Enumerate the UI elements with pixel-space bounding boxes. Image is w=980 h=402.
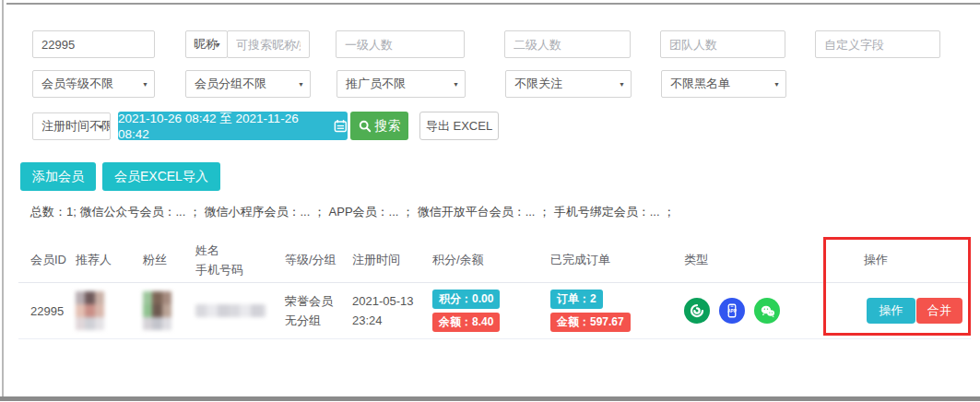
header-referrer: 推荐人 [76,252,143,268]
merge-button[interactable]: 合并 [916,298,962,324]
filter-row-2: 会员等级不限 ▼ 会员分组不限 ▼ 推广员不限 ▼ 不限关注 ▼ 不限黑名单 ▼ [32,70,786,98]
promoter-select[interactable]: 推广员不限 ▼ [337,70,466,98]
header-points-balance: 积分/余额 [432,252,550,268]
header-level-group: 等级/分组 [285,252,352,268]
search-button-label: 搜索 [375,118,401,135]
nickname-search-input[interactable] [227,30,310,58]
level1-count-input[interactable] [336,30,465,58]
official-account-icon [684,298,710,324]
header-fans: 粉丝 [143,252,195,268]
header-register-time: 注册时间 [352,252,432,268]
team-count-input[interactable] [660,30,785,58]
add-member-button[interactable]: 添加会员 [20,162,96,191]
follow-select[interactable]: 不限关注 ▼ [505,70,632,98]
cell-fans [143,291,195,330]
header-completed-orders: 已完成订单 [550,252,684,268]
member-excel-import-button[interactable]: 会员EXCEL导入 [102,162,220,191]
member-group-value: 会员分组不限 [195,76,266,92]
balance-badge: 余额：8.40 [432,313,500,332]
blurred-name-phone [195,304,266,317]
filter-row-1: 昵称 ▼ [32,30,940,58]
member-table: 会员ID 推荐人 粉丝 姓名 手机号码 等级/分组 注册时间 积分/余额 已完成… [18,237,971,339]
header-operation: 操作 [845,252,971,268]
header-name: 姓名 [195,241,285,260]
chevron-down-icon: ▼ [298,81,304,88]
cell-operation: 操作 合并 [845,298,971,324]
cell-member-id: 22995 [18,304,76,318]
header-type: 类型 [684,252,845,268]
cell-referrer [76,291,143,330]
date-range-value: 2021-10-26 08:42 至 2021-11-26 08:42 [118,111,328,141]
level2-count-input[interactable] [504,30,631,58]
referrer-avatar[interactable] [76,291,104,330]
chevron-down-icon: ▼ [453,81,459,88]
orders-badge: 订单：2 [550,290,603,309]
chevron-down-icon: ▼ [98,123,104,129]
chevron-down-icon: ▼ [619,81,625,88]
wechat-icon [754,298,780,324]
cell-register-time: 2021-05-13 23:24 [352,291,432,330]
chevron-down-icon: ▼ [142,81,148,88]
window-left-border [2,0,4,397]
register-time-select[interactable]: 注册时间不限 ▼ [32,112,111,140]
table-header-row: 会员ID 推荐人 粉丝 姓名 手机号码 等级/分组 注册时间 积分/余额 已完成… [18,237,971,283]
register-clock: 23:24 [352,311,432,330]
toolbar: 添加会员 会员EXCEL导入 [20,162,220,191]
member-count-summary: 总数：1; 微信公众号会员：... ； 微信小程序会员：... ； APP会员：… [30,204,675,220]
chevron-down-icon: ▼ [215,41,221,48]
header-phone: 手机号码 [195,260,285,279]
search-icon [359,120,372,133]
member-id-input[interactable] [32,30,155,58]
header-member-id: 会员ID [18,252,76,268]
cell-level-group: 荣誉会员 无分组 [285,291,352,330]
nickname-combo: 昵称 ▼ [185,30,310,58]
member-level-select[interactable]: 会员等级不限 ▼ [32,70,155,98]
points-badge: 积分：0.00 [432,290,500,309]
promoter-value: 推广员不限 [346,76,406,92]
cell-name-phone [195,304,285,317]
svg-text:APP: APP [727,309,737,313]
app-icon: APP [719,298,745,324]
register-date: 2021-05-13 [352,291,432,311]
follow-value: 不限关注 [514,76,562,92]
cell-points-balance: 积分：0.00 余额：8.40 [432,290,550,332]
amount-badge: 金额：597.67 [550,313,631,332]
window-top-border [6,3,980,5]
cell-completed-orders: 订单：2 金额：597.67 [550,290,684,332]
member-level-value: 会员等级不限 [41,76,113,92]
table-row: 22995 荣誉会员 无分组 2021-05-13 23:24 [18,283,971,339]
calendar-icon [334,119,348,133]
blacklist-value: 不限黑名单 [670,76,730,92]
header-name-phone: 姓名 手机号码 [195,241,285,279]
cell-type: APP [684,298,845,324]
date-range-picker[interactable]: 2021-10-26 08:42 至 2021-11-26 08:42 [118,112,348,140]
member-group: 无分组 [285,311,352,330]
export-excel-button[interactable]: 导出 EXCEL [419,112,499,140]
blacklist-select[interactable]: 不限黑名单 ▼ [661,70,786,98]
operation-button[interactable]: 操作 [867,298,915,324]
nickname-type-select[interactable]: 昵称 ▼ [185,30,228,58]
search-button[interactable]: 搜索 [350,112,408,140]
member-level: 荣誉会员 [285,291,352,311]
filter-row-3: 注册时间不限 ▼ 2021-10-26 08:42 至 2021-11-26 0… [32,112,499,140]
window-bottom-border [0,396,980,401]
fan-avatar[interactable] [143,291,171,330]
chevron-down-icon: ▼ [773,81,780,88]
custom-field-input[interactable] [815,30,940,58]
member-group-select[interactable]: 会员分组不限 ▼ [185,70,311,98]
member-admin-page: 昵称 ▼ 会员等级不限 ▼ 会员分组不限 ▼ 推广员不限 ▼ 不限关注 ▼ 不限… [0,0,980,402]
